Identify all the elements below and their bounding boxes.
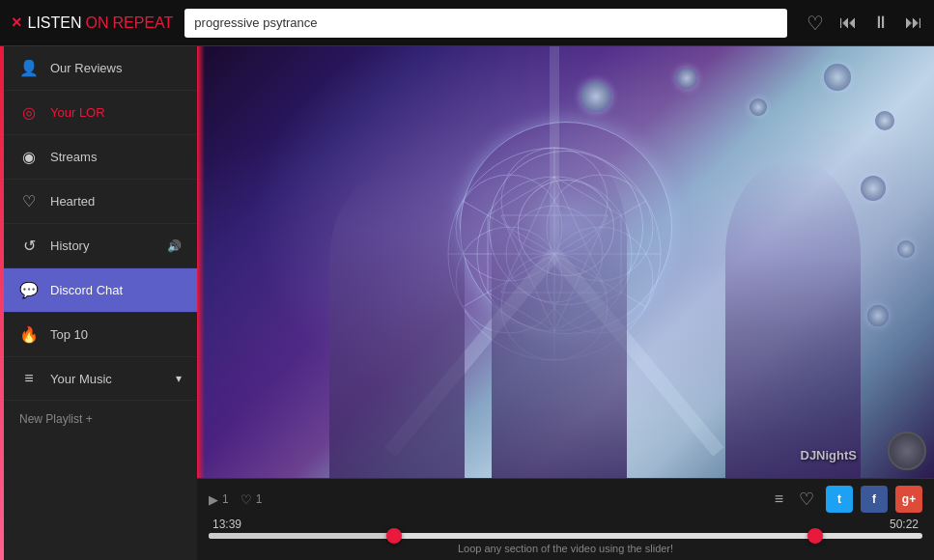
your-music-icon: ≡ xyxy=(19,370,39,387)
header-heart-icon[interactable]: ♡ xyxy=(807,12,824,35)
logo: × LISTEN ON REPEAT xyxy=(12,13,173,33)
orb-1 xyxy=(580,81,611,112)
reviews-icon: 👤 xyxy=(19,59,39,77)
figure-center xyxy=(492,140,627,478)
play-count-value: 1 xyxy=(222,492,229,506)
sidebar: 👤 Our Reviews ◎ Your LOR ◉ Streams ♡ Hea… xyxy=(4,46,197,560)
slider-fill xyxy=(209,533,394,539)
like-button[interactable]: ♡ xyxy=(795,485,818,514)
time-total: 50:22 xyxy=(890,518,919,531)
sidebar-item-streams[interactable]: ◉ Streams xyxy=(4,135,197,180)
chevron-down-icon: ▾ xyxy=(176,372,182,385)
new-playlist-button[interactable]: New Playlist + xyxy=(4,401,197,437)
facebook-button[interactable]: f xyxy=(861,486,888,513)
header-prev-icon[interactable]: ⏮ xyxy=(839,13,857,33)
orb-5 xyxy=(875,111,894,130)
time-current: 13:39 xyxy=(212,518,241,531)
figure-right xyxy=(725,159,861,478)
heart-count: ♡ 1 xyxy=(241,492,263,507)
header-playpause-icon[interactable]: ⏸ xyxy=(872,13,890,33)
count-heart-icon: ♡ xyxy=(241,492,252,507)
main-layout: 👤 Our Reviews ◎ Your LOR ◉ Streams ♡ Hea… xyxy=(0,46,934,560)
figure-left xyxy=(329,169,465,478)
googleplus-button[interactable]: g+ xyxy=(895,486,922,513)
heart-count-value: 1 xyxy=(256,492,263,506)
slider-hint: Loop any section of the video using the … xyxy=(209,543,922,554)
search-input[interactable] xyxy=(184,9,787,38)
logo-x: × xyxy=(12,13,22,33)
header-next-icon[interactable]: ⏭ xyxy=(905,13,922,33)
sidebar-label-hearted: Hearted xyxy=(50,194,95,209)
sidebar-item-our-reviews[interactable]: 👤 Our Reviews xyxy=(4,46,197,91)
sidebar-label-history: History xyxy=(50,238,89,253)
video-thumbnail: DJNightS xyxy=(197,46,934,478)
slider-handle-right[interactable] xyxy=(807,528,823,544)
sidebar-item-history[interactable]: ↺ History 🔊 xyxy=(4,224,197,268)
logo-listen: LISTEN xyxy=(28,14,82,32)
main-content: DJNightS ▶ 1 ♡ 1 xyxy=(197,46,934,560)
slider-track[interactable] xyxy=(209,533,922,539)
video-left-gradient xyxy=(197,46,205,478)
play-count: ▶ 1 xyxy=(209,492,229,507)
user-counts: ▶ 1 ♡ 1 xyxy=(209,492,262,507)
orb-6 xyxy=(861,176,886,201)
top10-icon: 🔥 xyxy=(19,325,39,344)
orb-7 xyxy=(897,240,915,258)
logo-on: ON xyxy=(86,14,109,32)
sidebar-item-hearted[interactable]: ♡ Hearted xyxy=(4,180,197,224)
sidebar-label-streams: Streams xyxy=(50,150,97,164)
action-buttons: ≡ ♡ t f g+ xyxy=(771,485,922,514)
sidebar-label-our-reviews: Our Reviews xyxy=(50,61,122,75)
player-controls: ▶ 1 ♡ 1 ≡ ♡ t f g+ 13:3 xyxy=(197,478,934,560)
sidebar-item-your-music[interactable]: ≡ Your Music ▾ xyxy=(4,357,197,401)
slider-handle-left[interactable] xyxy=(386,528,402,544)
progress-slider xyxy=(209,533,922,539)
header-controls: ♡ ⏮ ⏸ ⏭ xyxy=(807,12,922,35)
lor-icon: ◎ xyxy=(19,103,39,122)
app-header: × LISTEN ON REPEAT ♡ ⏮ ⏸ ⏭ xyxy=(0,0,934,46)
logo-repeat: REPEAT xyxy=(113,14,174,32)
sidebar-label-your-lor: Your LOR xyxy=(50,105,105,120)
twitter-button[interactable]: t xyxy=(826,486,853,513)
sidebar-label-your-music: Your Music xyxy=(50,372,112,386)
sidebar-item-discord-chat[interactable]: 💬 Discord Chat xyxy=(4,268,197,313)
orb-4 xyxy=(824,64,851,91)
sidebar-label-top-10: Top 10 xyxy=(50,327,88,342)
queue-button[interactable]: ≡ xyxy=(771,487,787,512)
history-volume-icon: 🔊 xyxy=(167,239,182,253)
hearted-icon: ♡ xyxy=(19,192,39,210)
discord-icon: 💬 xyxy=(19,281,39,299)
orb-3 xyxy=(750,98,767,116)
controls-row-top: ▶ 1 ♡ 1 ≡ ♡ t f g+ xyxy=(209,485,922,514)
video-area: DJNightS xyxy=(197,46,934,478)
sidebar-label-discord-chat: Discord Chat xyxy=(50,283,123,297)
sidebar-item-your-lor[interactable]: ◎ Your LOR xyxy=(4,91,197,135)
video-watermark: DJNightS xyxy=(801,448,858,462)
history-icon: ↺ xyxy=(19,237,39,255)
video-avatar xyxy=(888,432,926,470)
streams-icon: ◉ xyxy=(19,148,39,166)
play-icon: ▶ xyxy=(209,492,218,507)
sidebar-item-top-10[interactable]: 🔥 Top 10 xyxy=(4,313,197,357)
